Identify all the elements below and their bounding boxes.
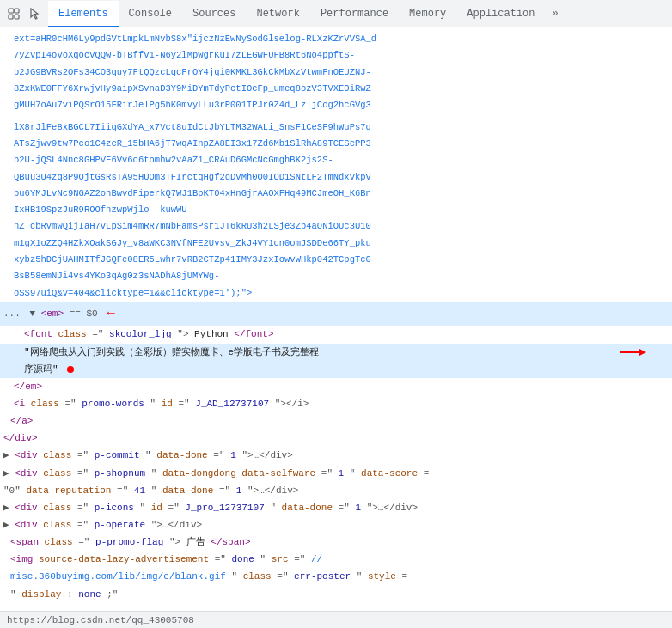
img-style-line: " display : none ;"	[0, 586, 672, 603]
tab-network[interactable]: Network	[246, 1, 309, 27]
em-open-tag: <em>	[41, 308, 64, 319]
div-p-shopnum-line-2: "0" data-reputation =" 41 " data-done ="…	[0, 482, 672, 499]
code-line-4: 8ZxKWE0FFY6XrwjvHy9aipXSvnaD3Y9MiDYmTdyP…	[0, 81, 672, 97]
p-shopnum-triangle[interactable]: ▶	[3, 468, 9, 479]
code-line-2: 7yZvpI4oVoXqocvQQw-bTBffv1-N6y2lMpWgrKuI…	[0, 47, 672, 64]
chinese-text-line-2: 序源码"	[0, 361, 672, 378]
i-open-tag: <i	[14, 399, 31, 409]
code-line-5: gMUH7oAu7viPQSrO15FRirJelPg5hK0mvyLLu3rP…	[0, 97, 672, 113]
code-line-10: bu6YMJLvNc9NGAZ2ohBwvdFiperkQ7WJ1BpKT04x…	[0, 186, 672, 202]
inspect-button[interactable]	[5, 5, 22, 22]
p-commit-triangle[interactable]: ▶	[3, 450, 9, 460]
code-line-12: nZ_cbRvmwQijIaH7vLpSim4mRR7mNbFamsPsr1JT…	[0, 218, 672, 235]
tab-memory[interactable]: Memory	[399, 1, 456, 27]
font-attr-value: skcolor_ljg	[109, 329, 172, 339]
div-p-operate-line[interactable]: ▶ <div class =" p-operate ">…</div>	[0, 516, 672, 533]
a-close-line: </a>	[0, 412, 672, 430]
red-dot-annotation	[67, 366, 74, 373]
tab-elements[interactable]: Elements	[48, 1, 119, 27]
div-p-shopnum-line[interactable]: ▶ <div class =" p-shopnum " data-dongdon…	[0, 465, 672, 482]
font-open-tag: <font	[24, 329, 58, 339]
a-close-tag: </a>	[10, 416, 33, 426]
code-line-3: b2JG9BVRs2OFs34CO3quy7FtQQzcLqcFrOY4jqi0…	[0, 64, 672, 81]
code-line-15: BsB58emNJi4vs4YKo3qAg0z3sNADhA8jUMYWg-	[0, 268, 672, 284]
red-arrow-right-annotation	[620, 347, 646, 357]
collapse-triangle[interactable]: ▼	[29, 308, 35, 319]
chinese-text-2: 序源码"	[24, 364, 58, 375]
img-src-url[interactable]: misc.360buyimg.com/lib/img/e/blank.gif	[10, 571, 226, 582]
svg-rect-1	[15, 9, 19, 13]
red-arrow-annotation: ←	[107, 306, 115, 321]
img-src-link[interactable]: //	[311, 554, 322, 564]
code-line-8: b2U-jQSL4Nnc8GHPVF6Vv6o6tomhw2vAaZ1_CRAu…	[0, 152, 672, 168]
img-src-line: misc.360buyimg.com/lib/img/e/blank.gif "…	[0, 568, 672, 585]
code-line-7: ATsZjwv9tw7Pco1C4zeR_15bHA6jT7wqAInpZA8E…	[0, 136, 672, 152]
main-content: ext=aHR0cHM6Ly9pdGVtLmpkLmNvbS8x"ijczNzE…	[0, 27, 672, 611]
p-icons-triangle[interactable]: ▶	[3, 503, 9, 513]
em-close-tag: </em>	[14, 381, 42, 392]
div-p-commit-line[interactable]: ▶ <div class =" p-commit " data-done =" …	[0, 447, 672, 464]
div-p-icons-line[interactable]: ▶ <div class =" p-icons " id =" J_pro_12…	[0, 499, 672, 516]
span-promo-flag-line: <span class =" p-promo-flag "> 广告 </span…	[0, 533, 672, 551]
promo-flag-text: 广告	[186, 537, 205, 547]
code-line-6: lX8rJlFe8xBGCL7IiiqGXdYA_x7Vct8uIdCtJbYL…	[0, 119, 672, 136]
svg-rect-3	[15, 15, 19, 19]
dom-viewer[interactable]: ext=aHR0cHM6Ly9pdGVtLmpkLmNvbS8x"ijczNzE…	[0, 27, 672, 611]
status-url: https://blog.csdn.net/qq_43005708	[7, 615, 194, 625]
code-line-9: QBuu3U4zq8P9OjtGsRsTA95HUOm3TFIrctqHgf2q…	[0, 169, 672, 186]
font-class-line: <font class =" skcolor_ljg "> Python </f…	[0, 326, 672, 343]
tab-sources[interactable]: Sources	[182, 1, 246, 27]
img-lazy-line: <img source-data-lazy-advertisement =" d…	[0, 551, 672, 568]
em-close-line: </em>	[0, 378, 672, 395]
tab-performance[interactable]: Performance	[310, 1, 399, 27]
p-operate-triangle[interactable]: ▶	[3, 520, 9, 530]
three-dots-indicator: ...	[3, 308, 24, 319]
div-close-tag: </div>	[3, 433, 38, 443]
i-promo-line: <i class =" promo-words " id =" J_AD_127…	[0, 395, 672, 412]
font-close-tag: </font>	[234, 329, 273, 339]
font-attr-class: class	[58, 329, 87, 339]
code-line-11: IxHB19SpzJuR9ROOfnzwpWjlo--kuwWU-	[0, 202, 672, 218]
div-close-line: </div>	[0, 430, 672, 447]
status-bar: https://blog.csdn.net/qq_43005708	[0, 611, 672, 628]
code-line-13: m1gX1oZZQ4HZkXOakSGJy_v8aWKC3NVfNFE2Uvsv…	[0, 235, 672, 252]
cursor-button[interactable]	[26, 5, 43, 22]
devtools-controls	[0, 0, 48, 27]
tab-overflow-button[interactable]: »	[546, 0, 565, 27]
chinese-text-1: "网络爬虫从入门到实践（全彩版）赠实物魔卡、e学版电子书及完整程	[24, 347, 319, 357]
code-line-14: xybz5hDCjUAHMITfJGQFe08ER5Lwhr7vRB2CTZp4…	[0, 252, 672, 268]
font-text: Python	[194, 329, 229, 339]
code-line-url: ext=aHR0cHM6Ly9pdGVtLmpkLmNvbS8x"ijczNzE…	[0, 31, 672, 47]
devtools-tab-bar: Elements Console Sources Network Perform…	[0, 0, 672, 27]
em-selected-line[interactable]: ... ▼ <em> == $0 ←	[0, 302, 672, 326]
tab-console[interactable]: Console	[119, 1, 182, 27]
tab-application[interactable]: Application	[456, 1, 545, 27]
code-line-16: oSS97uiQ&v=404&clicktype=1&&clicktype=1'…	[0, 285, 672, 302]
svg-rect-0	[9, 9, 14, 13]
chinese-text-line-1: "网络爬虫从入门到实践（全彩版）赠实物魔卡、e学版电子书及完整程	[0, 344, 672, 361]
svg-marker-5	[639, 349, 646, 356]
dollar-zero: == $0	[70, 308, 98, 319]
svg-rect-2	[9, 15, 13, 19]
